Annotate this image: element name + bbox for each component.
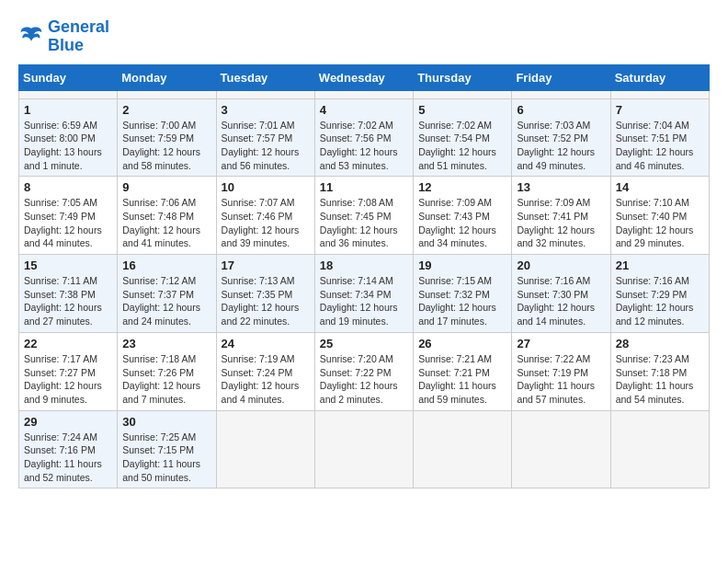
day-info: Sunrise: 7:16 AMSunset: 7:30 PMDaylight:… [517, 274, 605, 328]
day-info: Sunrise: 7:16 AMSunset: 7:29 PMDaylight:… [616, 274, 704, 328]
calendar-day: 10Sunrise: 7:07 AMSunset: 7:46 PMDayligh… [216, 177, 314, 255]
day-info: Sunrise: 6:59 AMSunset: 8:00 PMDaylight:… [24, 119, 112, 173]
calendar-day: 15Sunrise: 7:11 AMSunset: 7:38 PMDayligh… [19, 255, 118, 333]
day-info: Sunrise: 7:25 AMSunset: 7:15 PMDaylight:… [122, 431, 210, 485]
empty-day [216, 90, 314, 98]
day-number: 24 [222, 337, 310, 350]
day-info: Sunrise: 7:20 AMSunset: 7:22 PMDaylight:… [320, 352, 408, 407]
empty-day [414, 90, 512, 98]
day-info: Sunrise: 7:09 AMSunset: 7:43 PMDaylight:… [418, 196, 506, 250]
day-info: Sunrise: 7:01 AMSunset: 7:57 PMDaylight:… [222, 119, 310, 173]
day-info: Sunrise: 7:14 AMSunset: 7:34 PMDaylight:… [320, 274, 408, 328]
day-number: 13 [517, 180, 605, 194]
day-info: Sunrise: 7:00 AMSunset: 7:59 PMDaylight:… [122, 119, 210, 173]
day-info: Sunrise: 7:13 AMSunset: 7:35 PMDaylight:… [222, 274, 310, 328]
day-number: 6 [517, 103, 605, 117]
calendar-day: 19Sunrise: 7:15 AMSunset: 7:32 PMDayligh… [414, 255, 512, 333]
day-number: 18 [320, 259, 408, 272]
logo-icon [18, 24, 44, 50]
day-number: 5 [418, 103, 506, 117]
day-number: 15 [24, 259, 112, 272]
calendar-day: 24Sunrise: 7:19 AMSunset: 7:24 PMDayligh… [216, 332, 314, 410]
day-number: 27 [517, 337, 605, 350]
day-info: Sunrise: 7:06 AMSunset: 7:48 PMDaylight:… [122, 196, 210, 250]
calendar-day: 13Sunrise: 7:09 AMSunset: 7:41 PMDayligh… [512, 177, 610, 255]
day-number: 22 [24, 337, 112, 350]
day-number: 10 [222, 180, 310, 194]
day-number: 3 [222, 103, 310, 117]
empty-day [610, 90, 709, 98]
empty-day [19, 90, 118, 98]
calendar-day: 23Sunrise: 7:18 AMSunset: 7:26 PMDayligh… [118, 332, 216, 410]
calendar-day: 29Sunrise: 7:24 AMSunset: 7:16 PMDayligh… [19, 410, 118, 488]
day-info: Sunrise: 7:18 AMSunset: 7:26 PMDaylight:… [122, 352, 210, 407]
weekday-header: Friday [512, 64, 610, 90]
day-number: 14 [616, 180, 704, 194]
weekday-header: Tuesday [216, 64, 314, 90]
calendar-day: 22Sunrise: 7:17 AMSunset: 7:27 PMDayligh… [19, 332, 118, 410]
empty-day [118, 90, 216, 98]
calendar-table: SundayMondayTuesdayWednesdayThursdayFrid… [18, 64, 710, 489]
empty-day [216, 410, 314, 488]
empty-day [314, 90, 413, 98]
empty-day [314, 410, 413, 488]
day-number: 8 [24, 180, 112, 194]
calendar-day: 30Sunrise: 7:25 AMSunset: 7:15 PMDayligh… [118, 410, 216, 488]
logo: General Blue [18, 18, 109, 55]
calendar-day: 7Sunrise: 7:04 AMSunset: 7:51 PMDaylight… [610, 98, 709, 177]
day-number: 26 [418, 337, 506, 350]
day-number: 19 [418, 259, 506, 272]
day-number: 9 [122, 180, 210, 194]
weekday-header: Saturday [610, 64, 709, 90]
day-number: 28 [616, 337, 704, 350]
calendar-day: 28Sunrise: 7:23 AMSunset: 7:18 PMDayligh… [610, 332, 709, 410]
day-info: Sunrise: 7:02 AMSunset: 7:56 PMDaylight:… [320, 119, 408, 173]
day-info: Sunrise: 7:24 AMSunset: 7:16 PMDaylight:… [24, 431, 112, 485]
weekday-header: Sunday [19, 64, 118, 90]
calendar-day: 4Sunrise: 7:02 AMSunset: 7:56 PMDaylight… [314, 98, 413, 177]
calendar-day: 17Sunrise: 7:13 AMSunset: 7:35 PMDayligh… [216, 255, 314, 333]
weekday-header: Monday [118, 64, 216, 90]
day-number: 21 [616, 259, 704, 272]
empty-day [610, 410, 709, 488]
day-number: 29 [24, 415, 112, 429]
calendar-day: 14Sunrise: 7:10 AMSunset: 7:40 PMDayligh… [610, 177, 709, 255]
calendar-day: 20Sunrise: 7:16 AMSunset: 7:30 PMDayligh… [512, 255, 610, 333]
day-info: Sunrise: 7:03 AMSunset: 7:52 PMDaylight:… [517, 119, 605, 173]
calendar-day: 25Sunrise: 7:20 AMSunset: 7:22 PMDayligh… [314, 332, 413, 410]
day-info: Sunrise: 7:08 AMSunset: 7:45 PMDaylight:… [320, 196, 408, 250]
day-info: Sunrise: 7:12 AMSunset: 7:37 PMDaylight:… [122, 274, 210, 328]
calendar-day: 21Sunrise: 7:16 AMSunset: 7:29 PMDayligh… [610, 255, 709, 333]
day-number: 12 [418, 180, 506, 194]
calendar-day: 2Sunrise: 7:00 AMSunset: 7:59 PMDaylight… [118, 98, 216, 177]
empty-day [414, 410, 512, 488]
day-info: Sunrise: 7:07 AMSunset: 7:46 PMDaylight:… [222, 196, 310, 250]
calendar-day: 1Sunrise: 6:59 AMSunset: 8:00 PMDaylight… [19, 98, 118, 177]
calendar-day: 18Sunrise: 7:14 AMSunset: 7:34 PMDayligh… [314, 255, 413, 333]
calendar-day: 12Sunrise: 7:09 AMSunset: 7:43 PMDayligh… [414, 177, 512, 255]
day-info: Sunrise: 7:19 AMSunset: 7:24 PMDaylight:… [222, 352, 310, 407]
calendar-day: 3Sunrise: 7:01 AMSunset: 7:57 PMDaylight… [216, 98, 314, 177]
day-info: Sunrise: 7:10 AMSunset: 7:40 PMDaylight:… [616, 196, 704, 250]
calendar-day: 11Sunrise: 7:08 AMSunset: 7:45 PMDayligh… [314, 177, 413, 255]
calendar-day: 27Sunrise: 7:22 AMSunset: 7:19 PMDayligh… [512, 332, 610, 410]
day-number: 7 [616, 103, 704, 117]
calendar-day: 6Sunrise: 7:03 AMSunset: 7:52 PMDaylight… [512, 98, 610, 177]
empty-day [512, 90, 610, 98]
day-info: Sunrise: 7:23 AMSunset: 7:18 PMDaylight:… [616, 352, 704, 407]
day-info: Sunrise: 7:09 AMSunset: 7:41 PMDaylight:… [517, 196, 605, 250]
calendar-day: 16Sunrise: 7:12 AMSunset: 7:37 PMDayligh… [118, 255, 216, 333]
day-info: Sunrise: 7:21 AMSunset: 7:21 PMDaylight:… [418, 352, 506, 407]
logo-text: General Blue [48, 18, 109, 55]
day-info: Sunrise: 7:04 AMSunset: 7:51 PMDaylight:… [616, 119, 704, 173]
day-number: 2 [122, 103, 210, 117]
day-info: Sunrise: 7:15 AMSunset: 7:32 PMDaylight:… [418, 274, 506, 328]
day-number: 25 [320, 337, 408, 350]
day-number: 16 [122, 259, 210, 272]
day-info: Sunrise: 7:02 AMSunset: 7:54 PMDaylight:… [418, 119, 506, 173]
weekday-header: Thursday [414, 64, 512, 90]
calendar-day: 5Sunrise: 7:02 AMSunset: 7:54 PMDaylight… [414, 98, 512, 177]
day-number: 4 [320, 103, 408, 117]
day-number: 1 [24, 103, 112, 117]
day-info: Sunrise: 7:22 AMSunset: 7:19 PMDaylight:… [517, 352, 605, 407]
